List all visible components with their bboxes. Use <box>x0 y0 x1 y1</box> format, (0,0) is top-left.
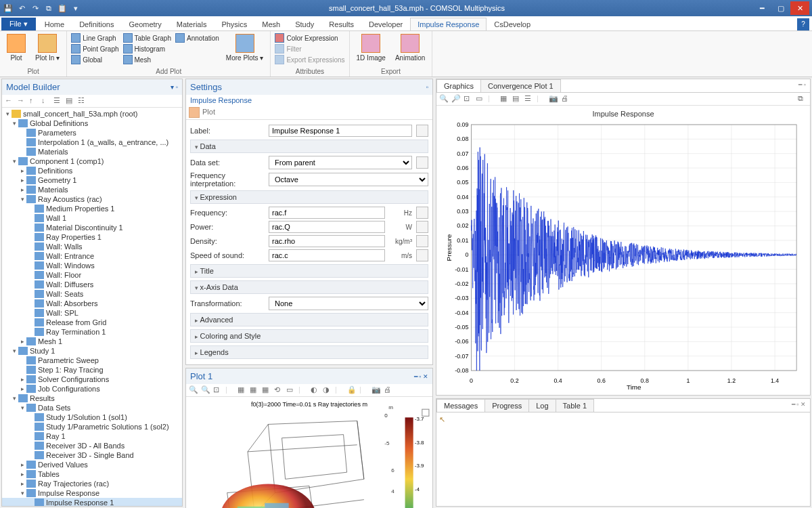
tree-node[interactable]: ▸Ray Trajectories (rac) <box>2 479 182 488</box>
redo-icon[interactable]: ↷ <box>30 3 41 14</box>
zoom-extents-icon[interactable]: ⊡ <box>464 94 473 104</box>
tree-node[interactable]: ▸Tables <box>2 469 182 479</box>
dataset-select[interactable]: From parent <box>269 156 412 169</box>
frequency-switch-icon[interactable] <box>416 207 428 219</box>
label-input[interactable] <box>269 125 412 137</box>
copy-icon[interactable]: ⧉ <box>43 3 54 14</box>
messages-panel-controls[interactable]: ━ ▫ ✕ <box>788 399 810 412</box>
tree-node[interactable]: Wall: SPL <box>2 308 182 318</box>
section-expression[interactable]: Expression <box>190 190 428 204</box>
camera-icon[interactable]: 📷 <box>549 94 558 104</box>
tree-node[interactable]: ▸Materials <box>2 185 182 194</box>
label-reset-icon[interactable] <box>416 125 428 137</box>
view-xy-icon[interactable]: ▦ <box>238 385 247 395</box>
sound-input[interactable] <box>269 249 385 261</box>
tree-node[interactable]: ▾Component 1 (comp1) <box>2 156 182 166</box>
tree-node[interactable]: Materials <box>2 147 182 156</box>
tree-node[interactable]: ▾Global Definitions <box>2 119 182 128</box>
select-icon[interactable]: ▭ <box>286 385 296 395</box>
plot-in-button[interactable]: Plot In ▾ <box>32 33 62 63</box>
tree-node[interactable]: Ray Termination 1 <box>2 327 182 337</box>
rotate-icon[interactable]: ⟲ <box>274 385 284 395</box>
tab-progress[interactable]: Progress <box>484 399 529 412</box>
density-input[interactable] <box>269 235 385 247</box>
zoom-in-icon[interactable]: 🔍 <box>439 94 449 104</box>
point-graph-button[interactable]: Point Graph <box>71 43 118 54</box>
tree-node[interactable]: Study 1/Parametric Solutions 1 (sol2) <box>2 422 182 431</box>
export-expressions-button[interactable]: Export Expressions <box>275 54 344 65</box>
save-icon[interactable]: 💾 <box>3 3 14 14</box>
panel-menu-icon[interactable]: ▾ ▫ <box>171 83 178 91</box>
zoom-out-icon[interactable]: 🔎 <box>451 94 461 104</box>
animation-button[interactable]: Animation <box>392 33 428 63</box>
tab-convergence[interactable]: Convergence Plot 1 <box>480 79 561 92</box>
section-coloring[interactable]: Coloring and Style <box>190 329 428 343</box>
tree-node[interactable]: Wall: Entrance <box>2 251 182 261</box>
transform-select[interactable]: None <box>269 297 428 310</box>
impulse-chart[interactable]: Impulse Response 00.20.40.60.811.21.4-0.… <box>436 106 810 395</box>
model-tree[interactable]: ▾small_concert_hall_53a.mph (root) ▾Glob… <box>2 108 182 506</box>
power-input[interactable] <box>269 221 385 233</box>
close-button[interactable]: ✕ <box>790 1 809 15</box>
sound-switch-icon[interactable] <box>416 249 428 261</box>
tree-node[interactable]: ▸Derived Values <box>2 460 182 469</box>
zoom-extents-icon[interactable]: ⊡ <box>213 385 223 395</box>
tree-node[interactable]: Receiver 3D - All Bands <box>2 441 182 450</box>
tree-node[interactable]: Parameters <box>2 128 182 137</box>
tree-node[interactable]: ▾Results <box>2 394 182 403</box>
camera-icon[interactable]: 📷 <box>371 385 381 395</box>
tree-node[interactable]: Wall: Seats <box>2 289 182 299</box>
tree-node[interactable]: Step 1: Ray Tracing <box>2 365 182 375</box>
tree-node[interactable]: ▾Data Sets <box>2 403 182 412</box>
tab-geometry[interactable]: Geometry <box>121 18 168 30</box>
zoom-in-icon[interactable]: 🔍 <box>189 385 198 395</box>
more-plots-button[interactable]: More Plots ▾ <box>223 33 267 63</box>
zoom-out-icon[interactable]: 🔍 <box>201 385 210 395</box>
collapse-icon[interactable]: ☰ <box>53 96 63 106</box>
plot1-detach-icon[interactable] <box>422 409 429 416</box>
power-switch-icon[interactable] <box>416 221 428 233</box>
global-button[interactable]: Global <box>71 54 118 65</box>
print-icon[interactable]: 🖨 <box>384 385 393 395</box>
nav-up-icon[interactable]: ↑ <box>29 96 39 106</box>
nav-fwd-icon[interactable]: → <box>17 96 26 106</box>
tree-node[interactable]: Study 1/Solution 1 (sol1) <box>2 412 182 422</box>
minimize-button[interactable]: ━ <box>752 1 771 15</box>
grid-icon[interactable]: ▦ <box>500 94 510 104</box>
tree-node[interactable]: Wall: Diffusers <box>2 280 182 289</box>
plot-icon[interactable] <box>189 107 200 118</box>
freq-interp-select[interactable]: Octave <box>269 173 428 186</box>
tab-home[interactable]: Home <box>37 18 72 30</box>
tree-node[interactable]: ▸Solver Configurations <box>2 375 182 384</box>
maximize-button[interactable]: ▢ <box>771 1 790 15</box>
tree-node[interactable]: Material Discontinuity 1 <box>2 223 182 232</box>
tree-node[interactable]: Wall: Walls <box>2 242 182 251</box>
detach-icon[interactable]: ⧉ <box>798 94 807 104</box>
histogram-button[interactable]: Histogram <box>123 43 171 54</box>
tree-node[interactable]: ▸Job Configurations <box>2 384 182 394</box>
more-icon[interactable]: ▾ <box>70 3 81 14</box>
dataset-link-icon[interactable] <box>416 156 428 169</box>
tree-root[interactable]: ▾small_concert_hall_53a.mph (root) <box>2 109 182 119</box>
tree-node[interactable]: Ray 1 <box>2 431 182 441</box>
help-button[interactable]: ? <box>797 18 809 30</box>
tree-node[interactable]: Receiver 3D - Single Band <box>2 450 182 460</box>
mesh-button[interactable]: Mesh <box>123 54 171 65</box>
tree-node[interactable]: Ray Properties 1 <box>2 232 182 242</box>
density-switch-icon[interactable] <box>416 235 428 247</box>
color-expression-button[interactable]: Color Expression <box>275 33 344 43</box>
tab-physics[interactable]: Physics <box>214 18 254 30</box>
tab-definitions[interactable]: Definitions <box>72 18 121 30</box>
nav-down-icon[interactable]: ↓ <box>41 96 51 106</box>
nav-back-icon[interactable]: ← <box>5 96 14 106</box>
tree-node[interactable]: Release from Grid <box>2 318 182 327</box>
view-yz-icon[interactable]: ▦ <box>262 385 271 395</box>
tree-node[interactable]: Wall 1 <box>2 213 182 223</box>
section-title[interactable]: Title <box>190 264 428 278</box>
plot1-canvas[interactable]: f0(3)=2000 Time=0.01 s Ray trajectories … <box>186 397 432 508</box>
filter-button[interactable]: Filter <box>275 43 344 54</box>
view-xz-icon[interactable]: ▦ <box>250 385 259 395</box>
table-graph-button[interactable]: Table Graph <box>123 33 171 43</box>
tab-results[interactable]: Results <box>321 18 361 30</box>
frequency-input[interactable] <box>269 207 385 219</box>
